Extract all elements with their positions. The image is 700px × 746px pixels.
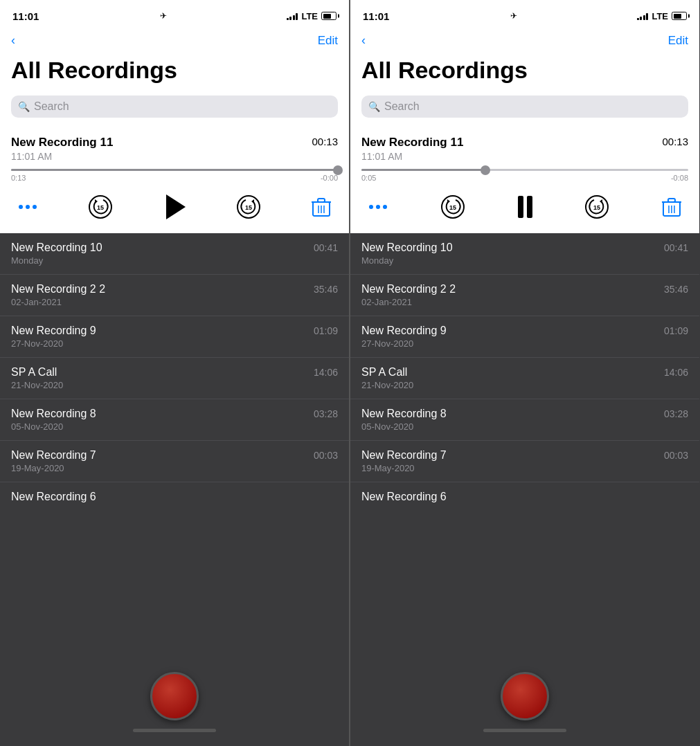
svg-point-0 [19,205,23,209]
list-item[interactable]: New Recording 700:03 19-May-2020 [0,441,349,482]
playback-controls-right: 15 15 [361,190,688,224]
list-item[interactable]: New Recording 700:03 19-May-2020 [350,441,699,482]
pause-button-right[interactable] [518,196,532,218]
status-time-right: 11:01 [363,10,389,22]
list-item[interactable]: New Recording 1000:41 Monday [350,233,699,275]
record-button-right[interactable] [501,672,549,720]
title-area-left: All Recordings [0,55,349,91]
battery-right [672,12,687,20]
play-button-left[interactable] [163,194,186,219]
progress-end-left: -0:00 [321,174,338,182]
signal-bar-3r [643,15,645,20]
search-icon-right: 🔍 [368,101,380,112]
progress-fill-right [361,169,485,171]
progress-labels-right: 0:05 -0:08 [361,174,688,182]
progress-thumb-left[interactable] [333,165,343,175]
expanded-time-right: 11:01 AM [361,151,688,162]
record-area-right [350,659,699,746]
nav-bar-right: ‹ Edit [350,28,699,55]
expanded-title-row-right: New Recording 11 00:13 [361,136,688,149]
delete-button-left[interactable] [312,197,331,217]
expanded-time-left: 11:01 AM [11,151,338,162]
svg-marker-5 [95,199,98,203]
svg-rect-11 [318,199,325,202]
progress-fill-left [11,169,338,171]
expanded-recording-left: New Recording 11 00:13 11:01 AM 0:13 -0:… [0,126,349,233]
delete-button-right[interactable] [662,197,681,217]
signal-bars-right [637,12,649,20]
skip-back-button-right[interactable]: 15 [440,194,465,219]
list-item[interactable]: New Recording 803:28 05-Nov-2020 [350,399,699,441]
svg-point-17 [383,205,387,209]
record-button-left[interactable] [150,672,199,720]
list-item-partial[interactable]: New Recording 6 [350,482,699,503]
signal-bar-1r [637,18,639,20]
app-container: 11:01 ✈ LTE ‹ Edit [0,0,700,746]
expanded-title-row-left: New Recording 11 00:13 [11,136,338,149]
signal-bar-4r [646,13,648,20]
list-item-partial[interactable]: New Recording 6 [0,482,349,503]
recording-list-right: New Recording 1000:41 Monday New Recordi… [350,233,699,659]
signal-bar-3 [293,15,295,20]
search-placeholder-left: Search [34,100,69,113]
lte-label-left: LTE [301,11,318,21]
lte-label-right: LTE [652,11,668,21]
nav-bar-left: ‹ Edit [0,28,349,55]
expanded-duration-left: 00:13 [312,136,338,147]
progress-start-right: 0:05 [361,174,376,182]
signal-bar-2 [289,17,291,20]
back-button-left[interactable]: ‹ [11,33,15,48]
progress-track-left[interactable] [11,169,338,171]
back-button-right[interactable]: ‹ [361,33,366,48]
list-item[interactable]: New Recording 803:28 05-Nov-2020 [0,399,349,441]
signal-bar-2r [640,17,642,20]
edit-button-right[interactable]: Edit [668,34,688,48]
svg-point-16 [376,205,380,209]
status-bar-left: 11:01 ✈ LTE [0,0,349,28]
svg-text:15: 15 [449,204,456,211]
more-button-left[interactable] [18,202,37,212]
progress-start-left: 0:13 [11,174,26,182]
svg-text:15: 15 [97,204,104,211]
skip-forward-button-left[interactable]: 15 [236,194,261,219]
progress-labels-left: 0:13 -0:00 [11,174,338,182]
list-item[interactable]: New Recording 2 235:46 02-Jan-2021 [350,275,699,316]
more-button-right[interactable] [368,202,388,212]
svg-marker-20 [447,199,450,203]
progress-end-right: -0:08 [671,174,688,182]
list-item[interactable]: SP A Call14:06 21-Nov-2020 [350,358,699,399]
signal-bar-1 [287,18,289,20]
progress-container-left: 0:13 -0:00 [11,169,338,182]
playback-controls-left: 15 15 [11,190,338,224]
list-item[interactable]: SP A Call14:06 21-Nov-2020 [0,358,349,399]
skip-back-button-left[interactable]: 15 [88,194,113,219]
progress-thumb-right[interactable] [481,165,490,175]
svg-marker-8 [251,199,254,203]
skip-forward-button-right[interactable]: 15 [584,194,609,219]
svg-point-15 [369,205,373,209]
location-icon-right: ✈ [510,11,517,21]
progress-container-right: 0:05 -0:08 [361,169,688,182]
search-container-left: 🔍 Search [0,91,349,126]
status-icons-left: LTE [287,11,336,21]
svg-point-1 [26,205,30,209]
svg-rect-26 [668,199,675,202]
list-item[interactable]: New Recording 901:09 27-Nov-2020 [350,316,699,358]
list-item[interactable]: New Recording 1000:41 Monday [0,233,349,275]
play-triangle-left [166,194,186,219]
progress-track-right[interactable] [361,169,688,171]
list-item[interactable]: New Recording 901:09 27-Nov-2020 [0,316,349,358]
search-bar-right[interactable]: 🔍 Search [361,95,688,118]
edit-button-left[interactable]: Edit [318,34,338,48]
signal-bars-left [287,12,298,20]
home-indicator-left [133,729,216,732]
title-area-right: All Recordings [350,55,699,91]
svg-marker-23 [600,199,602,203]
search-icon-left: 🔍 [18,101,30,112]
signal-bar-4 [296,13,298,20]
search-bar-left[interactable]: 🔍 Search [11,95,338,118]
recording-list-left: New Recording 1000:41 Monday New Recordi… [0,233,349,659]
list-item[interactable]: New Recording 2 235:46 02-Jan-2021 [0,275,349,316]
status-bar-right: 11:01 ✈ LTE [350,0,699,28]
svg-text:15: 15 [593,204,600,211]
